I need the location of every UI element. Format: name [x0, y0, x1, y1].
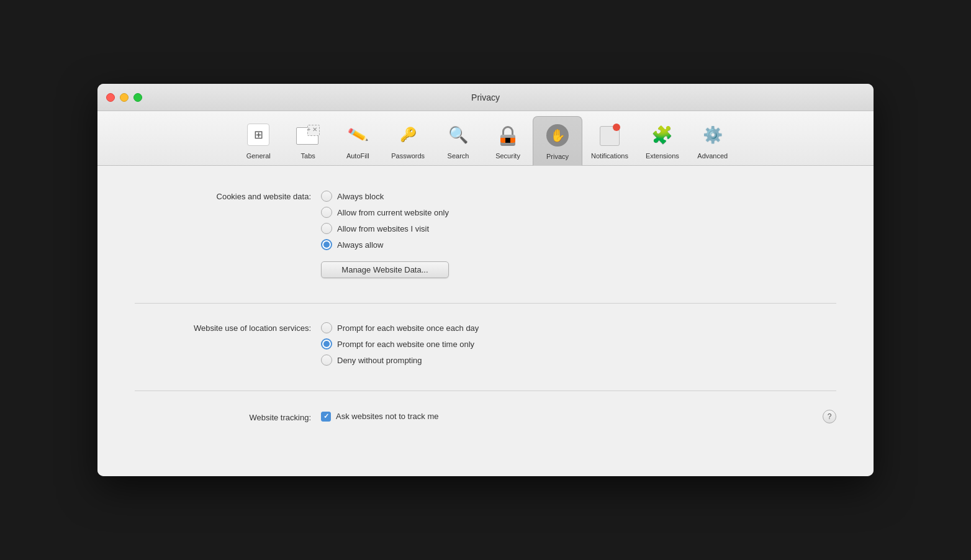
tab-search-label: Search	[448, 152, 469, 160]
location-one-time-option[interactable]: Prompt for each website one time only	[321, 338, 479, 350]
tracking-row: Website tracking: Ask websites not to tr…	[135, 410, 836, 423]
minimize-button[interactable]	[120, 93, 129, 102]
cookie-always-block-option[interactable]: Always block	[321, 191, 449, 202]
tab-advanced[interactable]: ⚙️ Advanced	[688, 116, 738, 165]
tracking-left: Website tracking: Ask websites not to tr…	[135, 412, 438, 422]
tab-advanced-label: Advanced	[697, 152, 728, 160]
location-label: Website use of location services:	[135, 322, 321, 333]
cookies-label: Cookies and website data:	[135, 191, 321, 201]
tab-general[interactable]: ⊞ General	[233, 116, 283, 165]
cookie-always-allow-radio[interactable]	[321, 239, 332, 250]
tab-tabs-label: Tabs	[301, 152, 315, 160]
location-once-day-option[interactable]: Prompt for each website once each day	[321, 322, 479, 333]
location-one-time-label: Prompt for each website one time only	[337, 340, 474, 349]
help-button[interactable]: ?	[823, 410, 836, 423]
general-icon: ⊞	[243, 120, 273, 150]
content-area: Cookies and website data: Always block A…	[97, 166, 874, 476]
tracking-label: Website tracking:	[135, 412, 321, 422]
tracking-checkbox-option[interactable]: Ask websites not to track me	[321, 412, 438, 422]
location-deny-radio[interactable]	[321, 355, 332, 366]
maximize-button[interactable]	[133, 93, 142, 102]
divider-1	[135, 303, 836, 304]
toolbar: ⊞ General ✕ + Tabs ✏️ AutoFill	[97, 111, 874, 166]
location-options: Prompt for each website once each day Pr…	[321, 322, 479, 366]
traffic-lights	[106, 93, 142, 102]
tab-privacy-label: Privacy	[546, 153, 569, 160]
cookie-allow-current-label: Allow from current website only	[337, 208, 449, 217]
location-once-day-radio[interactable]	[321, 322, 332, 333]
passwords-icon: 🔑	[393, 120, 423, 150]
privacy-icon: ✋	[543, 120, 572, 150]
cookie-always-block-label: Always block	[337, 192, 384, 201]
search-icon: 🔍	[443, 120, 473, 150]
tab-security[interactable]: Security	[483, 116, 533, 165]
cookie-allow-current-radio[interactable]	[321, 207, 332, 218]
cookie-always-block-radio[interactable]	[321, 191, 332, 202]
security-icon	[493, 120, 523, 150]
cookie-always-allow-label: Always allow	[337, 240, 383, 250]
tab-extensions[interactable]: 🧩 Extensions	[637, 116, 688, 165]
tracking-checkbox[interactable]	[321, 412, 331, 422]
tab-security-label: Security	[495, 152, 520, 160]
location-once-day-label: Prompt for each website once each day	[337, 323, 479, 333]
extensions-icon: 🧩	[648, 120, 677, 150]
notifications-icon	[595, 120, 625, 150]
tracking-section: Website tracking: Ask websites not to tr…	[135, 410, 836, 423]
tab-notifications-label: Notifications	[591, 152, 628, 160]
location-row: Website use of location services: Prompt…	[135, 322, 836, 366]
tab-extensions-label: Extensions	[646, 152, 679, 160]
tracking-checkbox-label: Ask websites not to track me	[336, 412, 438, 421]
location-deny-option[interactable]: Deny without prompting	[321, 355, 479, 366]
cookie-always-allow-option[interactable]: Always allow	[321, 239, 449, 250]
cookies-row: Cookies and website data: Always block A…	[135, 191, 836, 278]
tab-search[interactable]: 🔍 Search	[433, 116, 483, 165]
tab-tabs[interactable]: ✕ + Tabs	[283, 116, 333, 165]
tab-autofill[interactable]: ✏️ AutoFill	[333, 116, 382, 165]
cookie-allow-visited-option[interactable]: Allow from websites I visit	[321, 223, 449, 234]
cookies-options: Always block Allow from current website …	[321, 191, 449, 278]
cookie-allow-visited-radio[interactable]	[321, 223, 332, 234]
cookie-allow-visited-label: Allow from websites I visit	[337, 224, 429, 233]
divider-2	[135, 391, 836, 391]
settings-window: Privacy ⊞ General ✕ + Tabs	[97, 84, 874, 476]
cookies-section: Cookies and website data: Always block A…	[135, 191, 836, 278]
location-one-time-radio[interactable]	[321, 338, 332, 350]
tab-general-label: General	[246, 152, 271, 160]
tabs-icon: ✕ +	[293, 120, 323, 150]
advanced-icon: ⚙️	[698, 120, 728, 150]
manage-website-data-button[interactable]: Manage Website Data...	[321, 261, 449, 278]
autofill-icon: ✏️	[343, 120, 373, 150]
title-bar: Privacy	[97, 84, 874, 111]
tab-privacy[interactable]: ✋ Privacy	[533, 116, 582, 166]
window-title: Privacy	[471, 93, 500, 102]
tab-passwords-label: Passwords	[391, 152, 425, 160]
location-section: Website use of location services: Prompt…	[135, 322, 836, 366]
tab-autofill-label: AutoFill	[346, 152, 369, 160]
tab-passwords[interactable]: 🔑 Passwords	[382, 116, 433, 165]
close-button[interactable]	[106, 93, 115, 102]
cookie-allow-current-option[interactable]: Allow from current website only	[321, 207, 449, 218]
tab-notifications[interactable]: Notifications	[582, 116, 637, 165]
location-deny-label: Deny without prompting	[337, 356, 422, 365]
